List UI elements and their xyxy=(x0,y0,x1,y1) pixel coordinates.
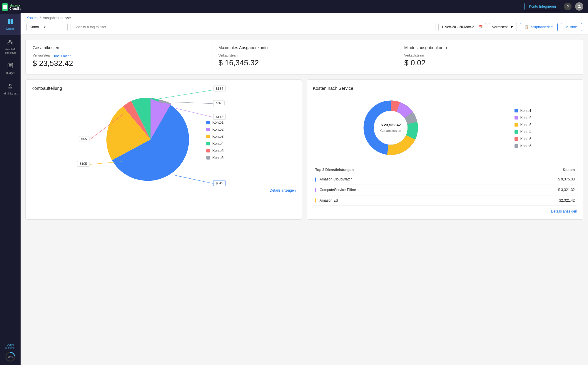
svg-point-23 xyxy=(578,5,580,6)
svg-rect-6 xyxy=(11,19,13,22)
kpi-total-cost-value: $ 23,532.42 xyxy=(33,59,204,68)
svg-rect-3 xyxy=(5,7,7,9)
service-cost-card: Kosten nach Service xyxy=(307,79,583,220)
donut-legend-konto1: Konto1 xyxy=(514,109,532,113)
konten-icon xyxy=(7,18,14,26)
tag-filter-input[interactable] xyxy=(71,23,435,31)
legend-dot-konto6 xyxy=(206,156,210,160)
kpi-total-cost-link[interactable]: und 1 mehr xyxy=(54,54,71,58)
svg-point-10 xyxy=(11,43,13,44)
service-cost-title: Kosten nach Service xyxy=(313,86,577,91)
row-indicator-1 xyxy=(315,177,316,182)
budget-icon xyxy=(7,62,14,70)
svg-text:$112: $112 xyxy=(216,115,223,119)
logo-icon xyxy=(2,3,8,11)
donut-legend-konto4: Konto4 xyxy=(514,130,532,134)
table-row: Amazon ES $2,321.42 xyxy=(313,195,577,206)
account-split-card: Kontoaufteilung xyxy=(25,79,302,220)
budget-label: Budget xyxy=(6,72,15,75)
account-split-details-link[interactable]: Details anzeigen xyxy=(31,188,296,193)
svg-point-17 xyxy=(9,84,11,86)
svg-text:$134: $134 xyxy=(216,87,223,90)
account-split-title: Kontoaufteilung xyxy=(31,86,296,91)
progress-label: 20% xyxy=(8,356,13,358)
svg-point-8 xyxy=(9,40,11,42)
account-filter[interactable]: Konto1 ▼ xyxy=(26,23,68,31)
legend-dot-konto1 xyxy=(206,121,210,124)
kpi-max-spend-subtitle: Verkaufsteam xyxy=(218,54,390,57)
legend-konto2: Konto2 xyxy=(206,127,223,132)
svg-line-11 xyxy=(9,42,10,43)
svg-rect-1 xyxy=(5,5,7,7)
service-cost-1: $ 9,375.38 xyxy=(493,174,577,185)
sidebar-item-budget[interactable]: Budget xyxy=(0,58,21,79)
sidebar-item-admin[interactable]: Administrat... xyxy=(0,79,21,99)
date-range-filter[interactable]: 1-Nov-20 - 20-May-21 📅 xyxy=(438,23,486,31)
help-icon[interactable]: ? xyxy=(564,3,572,10)
donut-label-konto1: Konto1 xyxy=(520,109,532,113)
kpi-max-spend-value: $ 16,345.32 xyxy=(218,58,390,67)
legend-dot-konto5 xyxy=(206,149,210,152)
row-indicator-2 xyxy=(315,188,316,192)
legend-label-konto4: Konto4 xyxy=(212,142,223,146)
kpi-max-spend: Maximales Ausgabenkonto Verkaufsteam $ 1… xyxy=(211,39,397,74)
admin-icon xyxy=(7,83,14,91)
donut-svg: $ 23,532.42 Gesamtkosten xyxy=(358,95,423,160)
svg-rect-2 xyxy=(3,7,5,9)
service-details-link[interactable]: Details anzeigen xyxy=(313,209,577,213)
legend-konto4: Konto4 xyxy=(206,142,223,146)
schedule-icon: 📋 xyxy=(524,25,529,29)
avatar[interactable] xyxy=(575,2,583,11)
svg-point-48 xyxy=(374,111,407,145)
svg-rect-0 xyxy=(3,5,5,7)
kpi-total-cost-subtitle: Verkaufsteam xyxy=(33,54,52,57)
donut-dot-konto5 xyxy=(514,137,518,141)
page-header: Konten / Ausgabenanalyse Konto1 ▼ 1-Nov-… xyxy=(21,13,588,34)
date-range-value: 1-Nov-20 - 20-May-21 xyxy=(442,25,476,29)
legend-konto3: Konto3 xyxy=(206,135,223,139)
svg-point-9 xyxy=(8,43,9,44)
breadcrumb: Konten / Ausgabenanalyse xyxy=(26,16,582,20)
kpi-max-spend-title: Maximales Ausgabenkonto xyxy=(218,45,390,50)
svg-text:Gesamtkosten: Gesamtkosten xyxy=(380,129,401,132)
sidebar-bottom: Demo ansehen 20% xyxy=(2,340,19,365)
share-button[interactable]: ↗ Aktie xyxy=(561,23,582,31)
legend-dot-konto3 xyxy=(206,135,210,138)
kpi-min-spend: Mindestausgabenkonto Verkaufsteam $ 0.02 xyxy=(397,39,583,74)
admin-label: Administrat... xyxy=(3,92,18,95)
schedule-report-button[interactable]: 📋 Zeitplanbericht xyxy=(520,23,558,31)
kpi-total-cost-title: Gesamtkosten xyxy=(33,45,204,50)
svg-rect-7 xyxy=(11,22,13,24)
row-indicator-3 xyxy=(315,198,316,203)
demo-link[interactable]: Demo ansehen xyxy=(5,343,16,349)
donut-legend: Konto1 Konto2 Konto3 Konto4 xyxy=(514,109,532,148)
donut-legend-konto3: Konto3 xyxy=(514,123,532,127)
integrate-button[interactable]: Konto Integrieren xyxy=(524,3,560,10)
sidebar-item-konten[interactable]: Konten xyxy=(0,14,21,35)
svg-rect-5 xyxy=(8,21,10,24)
donut-label-konto4: Konto4 xyxy=(520,130,532,134)
svg-rect-18 xyxy=(8,88,13,89)
breadcrumb-link[interactable]: Konten xyxy=(26,16,38,20)
mixed-filter[interactable]: Vermischt ▼ xyxy=(489,23,517,31)
mixed-filter-value: Vermischt xyxy=(492,25,508,29)
schedule-report-label: Zeitplanbericht xyxy=(530,25,554,29)
service-table-header-name: Top 3 Dienstleistungen xyxy=(313,166,493,174)
service-name-1: Amazon CloudWatch xyxy=(313,174,493,185)
mixed-chevron-icon: ▼ xyxy=(510,25,514,29)
service-cost-3: $2,321.42 xyxy=(493,195,577,206)
sidebar-item-geschaeft[interactable]: Geschäft Einheiten xyxy=(0,35,21,59)
svg-text:$345: $345 xyxy=(216,181,223,185)
service-name-3: Amazon ES xyxy=(313,195,493,206)
legend-label-konto5: Konto5 xyxy=(212,149,223,153)
svg-text:$65: $65 xyxy=(81,137,87,141)
service-table-header-cost: Kosten xyxy=(493,166,577,174)
service-cost-2: $ 3,321.32 xyxy=(493,185,577,195)
donut-legend-konto6: Konto6 xyxy=(514,144,532,148)
sidebar: Site24x7 CloudSpend Konten xyxy=(0,0,21,365)
donut-label-konto5: Konto5 xyxy=(520,137,532,141)
donut-label-konto2: Konto2 xyxy=(520,116,532,120)
geschaeft-label: Geschäft Einheiten xyxy=(5,48,16,54)
sidebar-nav: Konten Geschäft Einheiten xyxy=(0,14,21,340)
kpi-min-spend-value: $ 0.02 xyxy=(404,58,576,67)
